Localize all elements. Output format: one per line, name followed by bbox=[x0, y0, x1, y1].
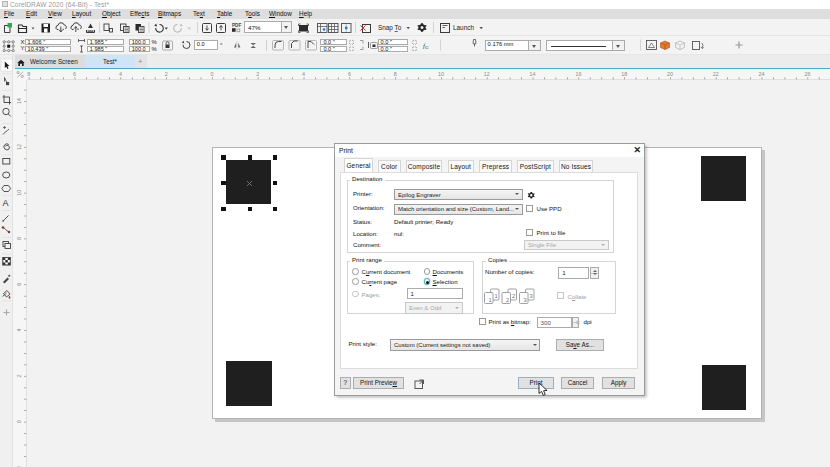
svg-text:8: 8 bbox=[394, 71, 397, 77]
svg-text:1: 1 bbox=[494, 293, 497, 299]
svg-text:12: 12 bbox=[484, 71, 490, 77]
svg-text:4: 4 bbox=[119, 71, 122, 77]
svg-text:24: 24 bbox=[759, 71, 765, 77]
svg-text:°: ° bbox=[220, 42, 223, 48]
svg-text:22: 22 bbox=[713, 71, 719, 77]
svg-text:6: 6 bbox=[73, 71, 76, 77]
svg-text:fG: fG bbox=[423, 42, 429, 50]
svg-text:2: 2 bbox=[165, 71, 168, 77]
svg-text:16: 16 bbox=[575, 71, 581, 77]
svg-text:14: 14 bbox=[530, 71, 536, 77]
svg-text:2: 2 bbox=[512, 293, 515, 299]
svg-text:0: 0 bbox=[211, 71, 214, 77]
svg-text:1: 1 bbox=[488, 297, 491, 303]
svg-text:20: 20 bbox=[667, 71, 673, 77]
svg-text:Snap To: Snap To bbox=[378, 24, 402, 32]
svg-text:4: 4 bbox=[16, 329, 22, 332]
svg-text:14: 14 bbox=[16, 98, 22, 104]
svg-text:6: 6 bbox=[16, 283, 22, 286]
svg-text:3: 3 bbox=[529, 293, 532, 299]
svg-text:10: 10 bbox=[16, 190, 22, 196]
svg-text:%: % bbox=[152, 46, 157, 52]
svg-text:8: 8 bbox=[16, 237, 22, 240]
svg-text:%: % bbox=[152, 39, 157, 45]
svg-text:26: 26 bbox=[804, 71, 810, 77]
svg-text:4: 4 bbox=[302, 71, 305, 77]
svg-text:12: 12 bbox=[16, 144, 22, 150]
svg-text:2: 2 bbox=[16, 374, 22, 377]
svg-text:2: 2 bbox=[506, 297, 509, 303]
svg-text:3: 3 bbox=[523, 297, 526, 303]
svg-text:2: 2 bbox=[256, 71, 259, 77]
svg-text:8: 8 bbox=[27, 71, 30, 77]
svg-text:6: 6 bbox=[348, 71, 351, 77]
svg-text:10: 10 bbox=[438, 71, 444, 77]
svg-text:18: 18 bbox=[621, 71, 627, 77]
svg-text:0: 0 bbox=[16, 420, 22, 423]
svg-text:PDF: PDF bbox=[232, 23, 241, 28]
svg-text:Launch: Launch bbox=[453, 24, 474, 31]
svg-text:A: A bbox=[3, 198, 9, 208]
